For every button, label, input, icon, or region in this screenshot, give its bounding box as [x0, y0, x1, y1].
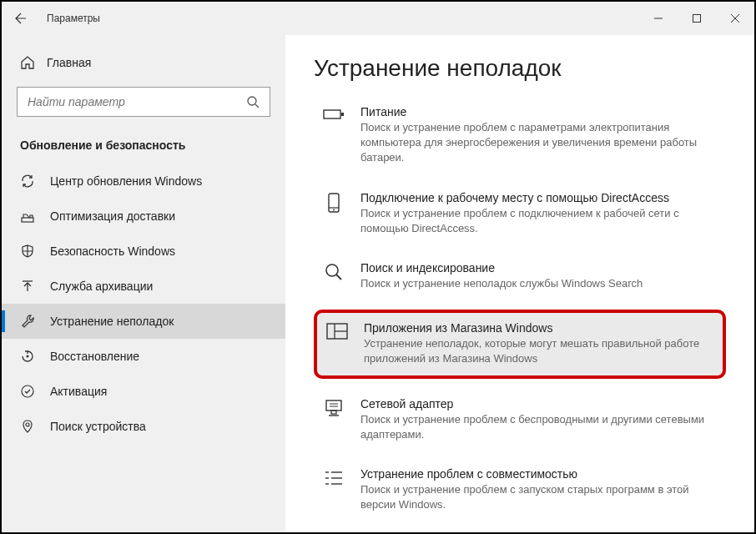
sidebar-item-activation[interactable]: Активация	[2, 374, 285, 409]
troubleshoot-title: Устранение проблем с совместимостью	[360, 467, 718, 481]
svg-point-6	[22, 385, 33, 397]
svg-line-14	[336, 275, 341, 280]
sidebar-item-troubleshoot[interactable]: Устранение неполадок	[2, 304, 285, 339]
minimize-button[interactable]	[639, 2, 678, 35]
sidebar-item-label: Поиск устройства	[50, 420, 146, 433]
sidebar-item-label: Восстановление	[50, 350, 139, 363]
troubleshoot-item-store-apps[interactable]: Приложения из Магазина Windows Устранени…	[314, 310, 726, 378]
magnifier-icon	[322, 261, 345, 291]
checklist-icon	[322, 467, 345, 512]
shield-icon	[20, 244, 35, 259]
settings-window: Параметры Главная	[0, 0, 756, 534]
sidebar-item-find-device[interactable]: Поиск устройства	[2, 409, 285, 444]
sidebar-item-windows-security[interactable]: Безопасность Windows	[2, 234, 285, 269]
svg-point-12	[333, 209, 335, 210]
recovery-icon	[20, 349, 35, 364]
troubleshoot-desc: Поиск и устранение проблем с параметрами…	[360, 120, 718, 166]
sidebar-item-label: Устранение неполадок	[50, 315, 174, 328]
sidebar-item-recovery[interactable]: Восстановление	[2, 339, 285, 374]
window-controls	[639, 2, 754, 35]
troubleshoot-title: Подключение к рабочему месту с помощью D…	[360, 191, 718, 204]
troubleshoot-title: Поиск и индексирование	[360, 261, 718, 275]
location-icon	[20, 419, 35, 434]
sync-icon	[20, 174, 35, 189]
back-button[interactable]	[2, 2, 40, 35]
search-icon	[246, 95, 260, 108]
troubleshoot-desc: Устранение неполадок, которые могут меша…	[364, 336, 714, 366]
troubleshoot-body: Поиск и индексирование Поиск и устранени…	[360, 261, 718, 291]
svg-rect-18	[326, 400, 341, 411]
search-input[interactable]	[28, 95, 246, 108]
svg-rect-19	[331, 411, 336, 414]
svg-point-5	[27, 355, 29, 358]
sidebar-item-label: Оптимизация доставки	[50, 209, 175, 223]
troubleshoot-desc: Поиск и устранение неполадок службы Wind…	[360, 276, 718, 291]
sidebar-item-label: Служба архивации	[50, 280, 153, 293]
maximize-icon	[692, 13, 702, 23]
search-box[interactable]	[17, 87, 270, 117]
activation-icon	[20, 384, 35, 399]
arrow-left-icon	[14, 12, 28, 25]
section-header: Обновление и безопасность	[2, 132, 285, 164]
svg-line-3	[255, 104, 259, 108]
phone-icon	[322, 191, 345, 236]
sidebar-item-label: Безопасность Windows	[50, 244, 175, 258]
troubleshoot-body: Устранение проблем с совместимостью Поис…	[360, 467, 718, 512]
troubleshoot-title: Питание	[360, 105, 718, 118]
minimize-icon	[653, 13, 663, 23]
sidebar-item-label: Активация	[50, 385, 107, 398]
svg-rect-9	[341, 113, 344, 116]
wrench-icon	[20, 314, 35, 329]
page-title: Устранение неполадок	[314, 55, 726, 82]
home-link[interactable]: Главная	[2, 47, 285, 78]
network-adapter-icon	[322, 397, 345, 442]
backup-icon	[20, 279, 35, 294]
troubleshoot-item-network-adapter[interactable]: Сетевой адаптер Поиск и устранение пробл…	[314, 390, 726, 449]
troubleshoot-body: Подключение к рабочему месту с помощью D…	[360, 191, 718, 236]
troubleshoot-body: Питание Поиск и устранение проблем с пар…	[360, 105, 718, 166]
troubleshoot-desc: Поиск и устранение проблем с подключение…	[360, 206, 718, 236]
home-icon	[20, 55, 35, 70]
svg-rect-1	[693, 15, 701, 23]
delivery-icon	[20, 209, 35, 224]
troubleshoot-body: Приложения из Магазина Windows Устранени…	[364, 321, 714, 366]
svg-rect-8	[324, 110, 340, 118]
store-app-icon	[325, 321, 349, 366]
troubleshoot-item-search-indexing[interactable]: Поиск и индексирование Поиск и устранени…	[314, 254, 726, 298]
troubleshoot-item-compatibility[interactable]: Устранение проблем с совместимостью Поис…	[314, 461, 726, 519]
sidebar-item-delivery-optimization[interactable]: Оптимизация доставки	[2, 199, 285, 234]
troubleshoot-title: Приложения из Магазина Windows	[364, 321, 714, 335]
svg-rect-4	[22, 218, 33, 222]
battery-icon	[322, 105, 345, 166]
sidebar-item-label: Центр обновления Windows	[50, 174, 202, 188]
titlebar: Параметры	[2, 2, 754, 35]
close-icon	[730, 13, 740, 23]
troubleshoot-body: Сетевой адаптер Поиск и устранение пробл…	[360, 397, 718, 442]
troubleshoot-desc: Поиск и устранение проблем с беспроводны…	[360, 412, 718, 442]
sidebar: Главная Обновление и безопасность Центр …	[2, 35, 285, 532]
maximize-button[interactable]	[678, 2, 716, 35]
troubleshoot-item-directaccess[interactable]: Подключение к рабочему месту с помощью D…	[314, 184, 726, 243]
close-button[interactable]	[716, 2, 754, 35]
window-title: Параметры	[47, 13, 100, 24]
troubleshoot-item-power[interactable]: Питание Поиск и устранение проблем с пар…	[314, 98, 726, 173]
svg-point-2	[248, 97, 256, 105]
content-area: Главная Обновление и безопасность Центр …	[2, 35, 754, 532]
main-panel: Устранение неполадок Питание Поиск и уст…	[285, 35, 754, 532]
home-label: Главная	[47, 56, 91, 69]
troubleshoot-desc: Поиск и устранение проблем с запуском ст…	[360, 482, 718, 512]
svg-point-13	[326, 264, 338, 276]
troubleshoot-title: Сетевой адаптер	[360, 397, 718, 411]
sidebar-item-backup[interactable]: Служба архивации	[2, 269, 285, 304]
sidebar-item-windows-update[interactable]: Центр обновления Windows	[2, 164, 285, 199]
svg-point-7	[26, 423, 29, 426]
